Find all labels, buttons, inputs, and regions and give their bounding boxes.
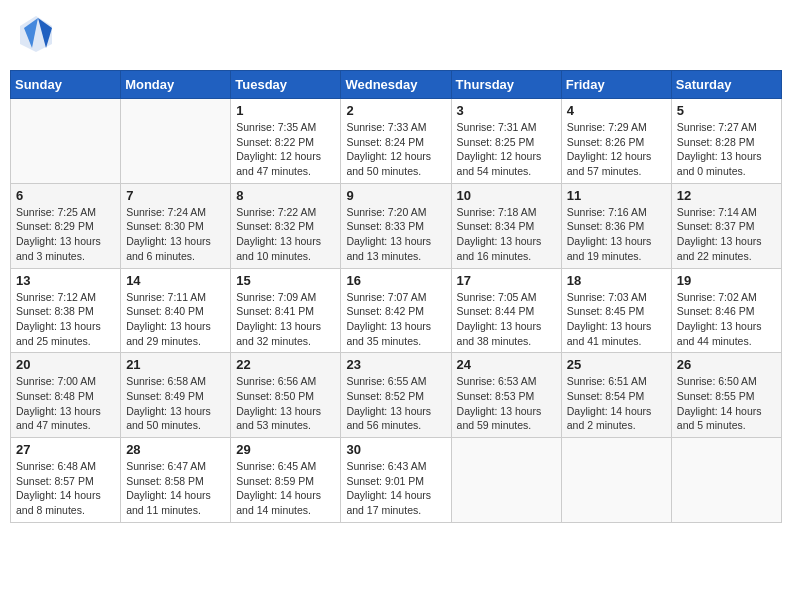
logo-icon bbox=[18, 14, 54, 54]
day-number: 16 bbox=[346, 273, 445, 288]
calendar-cell: 12Sunrise: 7:14 AMSunset: 8:37 PMDayligh… bbox=[671, 183, 781, 268]
day-number: 2 bbox=[346, 103, 445, 118]
day-info: Sunrise: 7:20 AMSunset: 8:33 PMDaylight:… bbox=[346, 205, 445, 264]
calendar-cell: 22Sunrise: 6:56 AMSunset: 8:50 PMDayligh… bbox=[231, 353, 341, 438]
page-header bbox=[10, 10, 782, 62]
day-info: Sunrise: 7:16 AMSunset: 8:36 PMDaylight:… bbox=[567, 205, 666, 264]
calendar-cell: 15Sunrise: 7:09 AMSunset: 8:41 PMDayligh… bbox=[231, 268, 341, 353]
day-info: Sunrise: 7:27 AMSunset: 8:28 PMDaylight:… bbox=[677, 120, 776, 179]
calendar-cell bbox=[121, 99, 231, 184]
calendar-cell: 26Sunrise: 6:50 AMSunset: 8:55 PMDayligh… bbox=[671, 353, 781, 438]
day-info: Sunrise: 6:48 AMSunset: 8:57 PMDaylight:… bbox=[16, 459, 115, 518]
day-info: Sunrise: 7:14 AMSunset: 8:37 PMDaylight:… bbox=[677, 205, 776, 264]
day-number: 15 bbox=[236, 273, 335, 288]
calendar-cell: 2Sunrise: 7:33 AMSunset: 8:24 PMDaylight… bbox=[341, 99, 451, 184]
day-info: Sunrise: 7:24 AMSunset: 8:30 PMDaylight:… bbox=[126, 205, 225, 264]
day-number: 11 bbox=[567, 188, 666, 203]
day-number: 5 bbox=[677, 103, 776, 118]
day-info: Sunrise: 6:51 AMSunset: 8:54 PMDaylight:… bbox=[567, 374, 666, 433]
weekday-header-monday: Monday bbox=[121, 71, 231, 99]
calendar-cell: 5Sunrise: 7:27 AMSunset: 8:28 PMDaylight… bbox=[671, 99, 781, 184]
day-number: 19 bbox=[677, 273, 776, 288]
day-number: 28 bbox=[126, 442, 225, 457]
day-info: Sunrise: 6:56 AMSunset: 8:50 PMDaylight:… bbox=[236, 374, 335, 433]
calendar-cell: 25Sunrise: 6:51 AMSunset: 8:54 PMDayligh… bbox=[561, 353, 671, 438]
calendar-cell: 14Sunrise: 7:11 AMSunset: 8:40 PMDayligh… bbox=[121, 268, 231, 353]
calendar-cell bbox=[11, 99, 121, 184]
calendar-cell: 30Sunrise: 6:43 AMSunset: 9:01 PMDayligh… bbox=[341, 438, 451, 523]
day-number: 30 bbox=[346, 442, 445, 457]
weekday-header-tuesday: Tuesday bbox=[231, 71, 341, 99]
calendar-cell: 8Sunrise: 7:22 AMSunset: 8:32 PMDaylight… bbox=[231, 183, 341, 268]
calendar-week-row: 13Sunrise: 7:12 AMSunset: 8:38 PMDayligh… bbox=[11, 268, 782, 353]
day-number: 17 bbox=[457, 273, 556, 288]
day-info: Sunrise: 7:02 AMSunset: 8:46 PMDaylight:… bbox=[677, 290, 776, 349]
day-number: 20 bbox=[16, 357, 115, 372]
day-number: 24 bbox=[457, 357, 556, 372]
calendar-cell: 6Sunrise: 7:25 AMSunset: 8:29 PMDaylight… bbox=[11, 183, 121, 268]
calendar-week-row: 1Sunrise: 7:35 AMSunset: 8:22 PMDaylight… bbox=[11, 99, 782, 184]
day-number: 4 bbox=[567, 103, 666, 118]
calendar-cell: 11Sunrise: 7:16 AMSunset: 8:36 PMDayligh… bbox=[561, 183, 671, 268]
calendar-cell: 16Sunrise: 7:07 AMSunset: 8:42 PMDayligh… bbox=[341, 268, 451, 353]
day-info: Sunrise: 7:12 AMSunset: 8:38 PMDaylight:… bbox=[16, 290, 115, 349]
calendar-cell: 27Sunrise: 6:48 AMSunset: 8:57 PMDayligh… bbox=[11, 438, 121, 523]
calendar-cell: 24Sunrise: 6:53 AMSunset: 8:53 PMDayligh… bbox=[451, 353, 561, 438]
weekday-header-sunday: Sunday bbox=[11, 71, 121, 99]
calendar-cell: 10Sunrise: 7:18 AMSunset: 8:34 PMDayligh… bbox=[451, 183, 561, 268]
day-number: 25 bbox=[567, 357, 666, 372]
day-info: Sunrise: 7:25 AMSunset: 8:29 PMDaylight:… bbox=[16, 205, 115, 264]
day-number: 14 bbox=[126, 273, 225, 288]
calendar-cell: 9Sunrise: 7:20 AMSunset: 8:33 PMDaylight… bbox=[341, 183, 451, 268]
weekday-header-saturday: Saturday bbox=[671, 71, 781, 99]
calendar-week-row: 6Sunrise: 7:25 AMSunset: 8:29 PMDaylight… bbox=[11, 183, 782, 268]
calendar-cell: 21Sunrise: 6:58 AMSunset: 8:49 PMDayligh… bbox=[121, 353, 231, 438]
day-info: Sunrise: 7:05 AMSunset: 8:44 PMDaylight:… bbox=[457, 290, 556, 349]
day-number: 1 bbox=[236, 103, 335, 118]
day-info: Sunrise: 6:45 AMSunset: 8:59 PMDaylight:… bbox=[236, 459, 335, 518]
day-info: Sunrise: 7:07 AMSunset: 8:42 PMDaylight:… bbox=[346, 290, 445, 349]
calendar-cell: 17Sunrise: 7:05 AMSunset: 8:44 PMDayligh… bbox=[451, 268, 561, 353]
day-info: Sunrise: 7:03 AMSunset: 8:45 PMDaylight:… bbox=[567, 290, 666, 349]
calendar-cell: 1Sunrise: 7:35 AMSunset: 8:22 PMDaylight… bbox=[231, 99, 341, 184]
day-number: 9 bbox=[346, 188, 445, 203]
day-info: Sunrise: 6:55 AMSunset: 8:52 PMDaylight:… bbox=[346, 374, 445, 433]
day-info: Sunrise: 7:18 AMSunset: 8:34 PMDaylight:… bbox=[457, 205, 556, 264]
day-number: 12 bbox=[677, 188, 776, 203]
day-number: 23 bbox=[346, 357, 445, 372]
weekday-header-friday: Friday bbox=[561, 71, 671, 99]
day-number: 29 bbox=[236, 442, 335, 457]
day-number: 18 bbox=[567, 273, 666, 288]
calendar-cell: 19Sunrise: 7:02 AMSunset: 8:46 PMDayligh… bbox=[671, 268, 781, 353]
day-info: Sunrise: 7:29 AMSunset: 8:26 PMDaylight:… bbox=[567, 120, 666, 179]
day-number: 10 bbox=[457, 188, 556, 203]
calendar-cell: 23Sunrise: 6:55 AMSunset: 8:52 PMDayligh… bbox=[341, 353, 451, 438]
day-info: Sunrise: 6:43 AMSunset: 9:01 PMDaylight:… bbox=[346, 459, 445, 518]
calendar-week-row: 27Sunrise: 6:48 AMSunset: 8:57 PMDayligh… bbox=[11, 438, 782, 523]
day-info: Sunrise: 6:58 AMSunset: 8:49 PMDaylight:… bbox=[126, 374, 225, 433]
day-info: Sunrise: 7:35 AMSunset: 8:22 PMDaylight:… bbox=[236, 120, 335, 179]
calendar-cell: 7Sunrise: 7:24 AMSunset: 8:30 PMDaylight… bbox=[121, 183, 231, 268]
calendar-week-row: 20Sunrise: 7:00 AMSunset: 8:48 PMDayligh… bbox=[11, 353, 782, 438]
day-number: 27 bbox=[16, 442, 115, 457]
day-number: 21 bbox=[126, 357, 225, 372]
day-info: Sunrise: 7:09 AMSunset: 8:41 PMDaylight:… bbox=[236, 290, 335, 349]
calendar-cell bbox=[561, 438, 671, 523]
calendar-cell: 13Sunrise: 7:12 AMSunset: 8:38 PMDayligh… bbox=[11, 268, 121, 353]
calendar-cell: 18Sunrise: 7:03 AMSunset: 8:45 PMDayligh… bbox=[561, 268, 671, 353]
day-info: Sunrise: 7:33 AMSunset: 8:24 PMDaylight:… bbox=[346, 120, 445, 179]
day-number: 3 bbox=[457, 103, 556, 118]
calendar-cell: 29Sunrise: 6:45 AMSunset: 8:59 PMDayligh… bbox=[231, 438, 341, 523]
day-number: 6 bbox=[16, 188, 115, 203]
day-info: Sunrise: 6:47 AMSunset: 8:58 PMDaylight:… bbox=[126, 459, 225, 518]
day-info: Sunrise: 7:00 AMSunset: 8:48 PMDaylight:… bbox=[16, 374, 115, 433]
calendar-cell: 3Sunrise: 7:31 AMSunset: 8:25 PMDaylight… bbox=[451, 99, 561, 184]
day-number: 7 bbox=[126, 188, 225, 203]
day-info: Sunrise: 7:22 AMSunset: 8:32 PMDaylight:… bbox=[236, 205, 335, 264]
calendar-cell bbox=[671, 438, 781, 523]
calendar-cell: 4Sunrise: 7:29 AMSunset: 8:26 PMDaylight… bbox=[561, 99, 671, 184]
logo bbox=[18, 14, 58, 58]
calendar-cell bbox=[451, 438, 561, 523]
weekday-header-row: SundayMondayTuesdayWednesdayThursdayFrid… bbox=[11, 71, 782, 99]
day-number: 26 bbox=[677, 357, 776, 372]
